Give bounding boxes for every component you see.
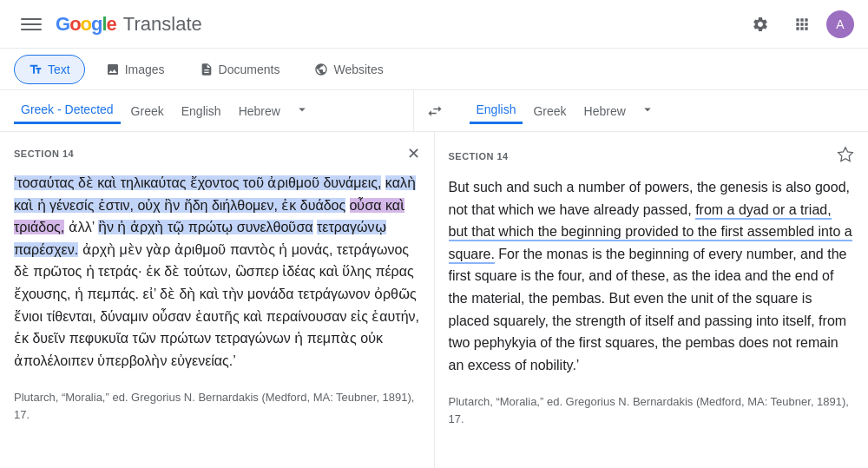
source-section-header: SECTION 14 ✕ xyxy=(14,146,420,161)
tab-bar: Text Images Documents Websites xyxy=(0,49,868,90)
tab-text-label: Text xyxy=(48,63,70,76)
tab-documents[interactable]: Documents xyxy=(186,56,294,83)
source-lang-hebrew[interactable]: Hebrew xyxy=(232,99,287,123)
source-text-highlight-1: ‘τοσαύτας δὲ καὶ τηλικαύτας ἔχοντος τοῦ … xyxy=(14,175,381,190)
source-text: ‘τοσαύτας δὲ καὶ τηλικαύτας ἔχοντος τοῦ … xyxy=(14,172,420,372)
source-text-plain-5: ἀρχὴ μὲν γὰρ ἀριθμοῦ παντὸς ἡ μονάς, τετ… xyxy=(14,242,419,368)
header: Google Translate A xyxy=(0,0,868,49)
svg-rect-2 xyxy=(21,29,42,30)
avatar[interactable]: A xyxy=(826,10,854,38)
target-section-header: SECTION 14 xyxy=(449,146,855,166)
header-icons: A xyxy=(743,7,854,42)
swap-icon xyxy=(426,102,444,120)
source-text-plain-3: ἀλλ’ xyxy=(69,220,98,234)
source-panel: SECTION 14 ✕ ‘τοσαύτας δὲ καὶ τηλικαύτας… xyxy=(0,132,435,468)
target-lang-more[interactable] xyxy=(636,98,659,123)
tab-websites-label: Websites xyxy=(333,63,383,76)
chevron-down-icon xyxy=(640,102,655,117)
target-lang-hebrew[interactable]: Hebrew xyxy=(577,99,633,123)
target-lang-section: English Greek Hebrew xyxy=(456,90,869,131)
close-button[interactable]: ✕ xyxy=(407,146,420,161)
source-lang-greek[interactable]: Greek xyxy=(124,99,171,123)
gear-icon xyxy=(752,16,769,33)
language-bar: Greek - Detected Greek English Hebrew En… xyxy=(0,90,868,132)
source-text-highlight-4: ἣν ἡ ἀρχὴ τῷ πρώτῳ συνελθοῦσα xyxy=(98,220,312,234)
source-lang-section: Greek - Detected Greek English Hebrew xyxy=(0,90,414,131)
target-lang-greek[interactable]: Greek xyxy=(526,99,573,123)
translated-text: But such and such a number of powers, th… xyxy=(449,176,855,376)
source-citation: Plutarch, “Moralia,” ed. Gregorius N. Be… xyxy=(14,389,420,423)
star-button[interactable] xyxy=(837,146,854,166)
tab-documents-label: Documents xyxy=(219,63,280,76)
tab-websites[interactable]: Websites xyxy=(300,56,397,83)
swap-languages-button[interactable] xyxy=(414,90,456,131)
tab-images[interactable]: Images xyxy=(92,56,179,83)
menu-button[interactable] xyxy=(14,7,49,42)
images-icon xyxy=(106,63,120,76)
source-lang-detected[interactable]: Greek - Detected xyxy=(14,97,121,124)
svg-rect-1 xyxy=(21,23,42,25)
target-citation: Plutarch, “Moralia,” ed. Gregorius N. Be… xyxy=(449,393,855,427)
target-section-title: SECTION 14 xyxy=(449,151,509,161)
source-section-title: SECTION 14 xyxy=(14,148,74,159)
settings-button[interactable] xyxy=(743,7,778,42)
star-icon xyxy=(837,146,854,163)
menu-icon xyxy=(21,14,42,35)
main-content: SECTION 14 ✕ ‘τοσαύτας δὲ καὶ τηλικαύτας… xyxy=(0,132,868,468)
google-logo: Google xyxy=(56,13,116,36)
apps-button[interactable] xyxy=(785,7,819,42)
text-icon xyxy=(29,63,43,76)
svg-rect-0 xyxy=(21,18,42,20)
documents-icon xyxy=(200,63,214,76)
websites-icon xyxy=(314,63,328,76)
target-lang-english[interactable]: English xyxy=(470,97,523,124)
target-panel: SECTION 14 But such and such a number of… xyxy=(435,132,869,468)
tab-text[interactable]: Text xyxy=(14,55,85,84)
translated-text-plain-2: For the monas is the beginning of every … xyxy=(449,247,847,372)
apps-icon xyxy=(793,16,811,33)
logo: Google Translate xyxy=(56,13,202,36)
chevron-down-icon xyxy=(294,102,310,117)
tab-images-label: Images xyxy=(125,63,165,76)
source-lang-english[interactable]: English xyxy=(174,99,228,123)
app-title: Translate xyxy=(123,13,202,36)
source-lang-more[interactable] xyxy=(291,98,313,123)
